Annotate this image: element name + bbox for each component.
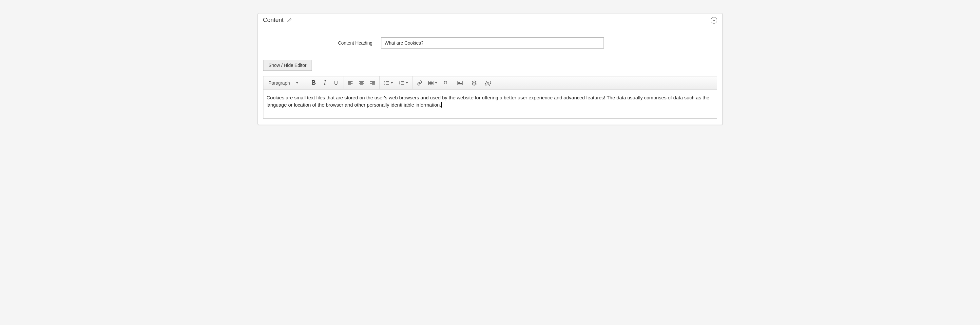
svg-point-0 bbox=[384, 81, 385, 82]
toolbar-group-style: B I U bbox=[307, 77, 344, 89]
variable-icon: {x} bbox=[485, 80, 491, 86]
editor-content-area[interactable]: Cookies are small text files that are st… bbox=[263, 90, 717, 118]
toolbar-group-variable: {x} bbox=[481, 77, 495, 89]
align-right-button[interactable] bbox=[367, 78, 378, 88]
collapse-toggle[interactable] bbox=[711, 17, 717, 24]
caret-down-icon bbox=[406, 82, 408, 83]
svg-point-9 bbox=[458, 82, 459, 83]
align-left-icon bbox=[348, 80, 353, 86]
content-panel: Content Content Heading Show / Hide Edit… bbox=[258, 13, 723, 125]
format-select-label: Paragraph bbox=[269, 80, 290, 86]
align-right-icon bbox=[370, 80, 375, 86]
content-heading-row: Content Heading bbox=[263, 37, 717, 48]
format-select[interactable]: Paragraph bbox=[266, 79, 305, 87]
toolbar-group-insert: Ω bbox=[413, 77, 453, 89]
numbered-list-icon: 1 2 3 bbox=[399, 80, 404, 86]
image-icon bbox=[457, 80, 463, 86]
svg-point-2 bbox=[384, 83, 385, 85]
link-button[interactable] bbox=[414, 78, 425, 88]
image-button[interactable] bbox=[455, 78, 466, 88]
svg-rect-8 bbox=[458, 81, 462, 85]
align-left-button[interactable] bbox=[345, 78, 356, 88]
editor-body-text: Cookies are small text files that are st… bbox=[267, 95, 710, 107]
panel-header: Content bbox=[258, 13, 722, 26]
caret-down-icon bbox=[435, 82, 438, 83]
italic-button[interactable]: I bbox=[320, 78, 331, 88]
panel-body: Content Heading Show / Hide Editor Parag… bbox=[258, 26, 722, 125]
omega-icon: Ω bbox=[443, 80, 449, 86]
text-cursor bbox=[441, 102, 442, 107]
toolbar-group-lists: 1 2 3 bbox=[380, 77, 413, 89]
numbered-list-button[interactable]: 1 2 3 bbox=[396, 78, 411, 88]
underline-icon: U bbox=[334, 80, 338, 86]
table-button[interactable] bbox=[425, 78, 441, 88]
layers-icon bbox=[471, 80, 477, 86]
align-center-icon bbox=[359, 80, 364, 86]
svg-text:3: 3 bbox=[399, 83, 400, 85]
panel-title-wrap: Content bbox=[263, 17, 292, 24]
editor-toolbar: Paragraph B I U bbox=[263, 77, 717, 90]
caret-down-icon bbox=[296, 82, 299, 83]
table-icon bbox=[428, 80, 433, 86]
toolbar-group-format: Paragraph bbox=[265, 77, 307, 89]
toggle-editor-button[interactable]: Show / Hide Editor bbox=[263, 60, 312, 71]
svg-point-1 bbox=[384, 82, 385, 83]
special-char-button[interactable]: Ω bbox=[441, 78, 452, 88]
content-heading-label: Content Heading bbox=[263, 40, 381, 46]
rich-text-editor: Paragraph B I U bbox=[263, 76, 717, 119]
align-center-button[interactable] bbox=[356, 78, 367, 88]
italic-icon: I bbox=[324, 79, 326, 86]
variable-button[interactable]: {x} bbox=[483, 78, 494, 88]
svg-text:Ω: Ω bbox=[444, 80, 447, 85]
pencil-icon[interactable] bbox=[287, 18, 292, 22]
svg-rect-6 bbox=[429, 81, 433, 85]
link-icon bbox=[417, 80, 422, 86]
content-heading-input[interactable] bbox=[381, 37, 604, 48]
widget-button[interactable] bbox=[469, 78, 480, 88]
bold-icon: B bbox=[312, 79, 315, 86]
bold-button[interactable]: B bbox=[308, 78, 320, 88]
toolbar-group-widget bbox=[467, 77, 481, 89]
underline-button[interactable]: U bbox=[331, 78, 342, 88]
bullet-list-icon bbox=[384, 80, 389, 86]
toolbar-group-image bbox=[453, 77, 467, 89]
caret-down-icon bbox=[391, 82, 393, 83]
panel-title: Content bbox=[263, 17, 284, 24]
toolbar-group-align bbox=[344, 77, 380, 89]
bullet-list-button[interactable] bbox=[381, 78, 396, 88]
